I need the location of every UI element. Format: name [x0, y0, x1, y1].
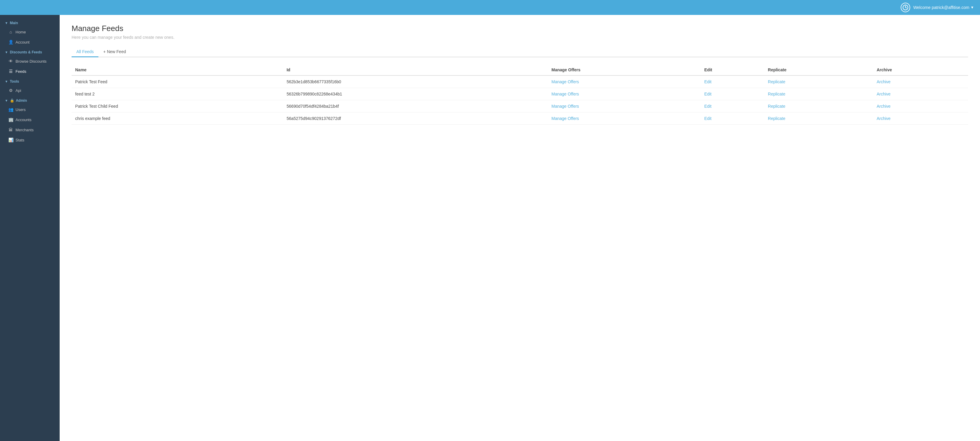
col-replicate: Replicate	[764, 64, 873, 75]
sidebar-section-main-label: Main	[10, 21, 18, 25]
sidebar-item-home-label: Home	[16, 30, 26, 34]
cell-edit[interactable]: Edit	[701, 75, 764, 88]
sidebar-item-home[interactable]: ⌂ Home	[0, 27, 60, 37]
cell-name: Patrick Test Feed	[72, 75, 283, 88]
table-row: Patrick Test Child Feed 56690d70f54df428…	[72, 100, 968, 113]
cell-id: 56326b799890c82268e434b1	[283, 88, 548, 100]
sidebar-section-tools-label: Tools	[10, 80, 19, 84]
edit-link[interactable]: Edit	[705, 80, 711, 84]
edit-link[interactable]: Edit	[705, 116, 711, 121]
feeds-icon: ☰	[8, 69, 13, 74]
archive-link[interactable]: Archive	[877, 104, 891, 108]
sidebar-item-accounts[interactable]: 🏢 Accounts	[0, 115, 60, 125]
sidebar-section-tools[interactable]: ▼ Tools	[0, 76, 60, 85]
cell-name: feed test 2	[72, 88, 283, 100]
archive-link[interactable]: Archive	[877, 80, 891, 84]
arrow-icon-4: ▼	[5, 99, 8, 102]
replicate-link[interactable]: Replicate	[768, 116, 785, 121]
table-row: chris example feed 56a5275d94c9029137627…	[72, 113, 968, 125]
merchants-icon: 🏛	[8, 127, 13, 132]
accounts-icon: 🏢	[8, 117, 13, 122]
sidebar-section-discounts-feeds-label: Discounts & Feeds	[10, 50, 42, 54]
tabs: All Feeds + New Feed	[72, 47, 968, 57]
account-icon: 👤	[8, 40, 13, 45]
cell-manage-offers[interactable]: Manage Offers	[548, 75, 701, 88]
cell-manage-offers[interactable]: Manage Offers	[548, 100, 701, 113]
page-subtitle: Here you can manage your feeds and creat…	[72, 35, 968, 40]
cell-archive[interactable]: Archive	[873, 75, 968, 88]
home-icon: ⌂	[8, 30, 13, 34]
replicate-link[interactable]: Replicate	[768, 104, 785, 108]
sidebar-section-admin-label: Admin	[16, 99, 27, 103]
manage-offers-link[interactable]: Manage Offers	[551, 104, 579, 108]
sidebar-section-main[interactable]: ▼ Main	[0, 18, 60, 27]
page-title: Manage Feeds	[72, 24, 968, 33]
cell-id: 562b3e1d853b6677335f16b0	[283, 75, 548, 88]
brand-logo	[900, 3, 910, 12]
main-content: Manage Feeds Here you can manage your fe…	[60, 15, 980, 441]
manage-offers-link[interactable]: Manage Offers	[551, 92, 579, 96]
cell-archive[interactable]: Archive	[873, 100, 968, 113]
replicate-link[interactable]: Replicate	[768, 80, 785, 84]
cell-replicate[interactable]: Replicate	[764, 100, 873, 113]
replicate-link[interactable]: Replicate	[768, 92, 785, 96]
arrow-icon-2: ▼	[5, 51, 8, 54]
sidebar-item-stats-label: Stats	[16, 138, 24, 142]
tab-all-feeds[interactable]: All Feeds	[72, 47, 99, 57]
col-manage-offers: Manage Offers	[548, 64, 701, 75]
sidebar-section-discounts-feeds[interactable]: ▼ Discounts & Feeds	[0, 47, 60, 56]
users-icon: 👥	[8, 107, 13, 112]
sidebar-item-api-label: Api	[16, 88, 21, 93]
sidebar-item-account-label: Account	[16, 40, 30, 45]
table-header-row: Name Id Manage Offers Edit Replicate Arc…	[72, 64, 968, 75]
cell-id: 56690d70f54df4284ba21b4f	[283, 100, 548, 113]
cell-archive[interactable]: Archive	[873, 113, 968, 125]
browse-discounts-icon: 👁	[8, 59, 13, 64]
cell-edit[interactable]: Edit	[701, 88, 764, 100]
cell-archive[interactable]: Archive	[873, 88, 968, 100]
sidebar-item-users[interactable]: 👥 Users	[0, 104, 60, 115]
cell-replicate[interactable]: Replicate	[764, 113, 873, 125]
archive-link[interactable]: Archive	[877, 92, 891, 96]
sidebar-item-api[interactable]: ⚙ Api	[0, 85, 60, 96]
table-row: Patrick Test Feed 562b3e1d853b6677335f16…	[72, 75, 968, 88]
cell-name: Patrick Test Child Feed	[72, 100, 283, 113]
feeds-table: Name Id Manage Offers Edit Replicate Arc…	[72, 64, 968, 125]
edit-link[interactable]: Edit	[705, 92, 711, 96]
sidebar-item-browse-discounts-label: Browse Discounts	[16, 59, 46, 64]
topbar: Welcome patrick@affitise.com ▼	[0, 0, 980, 15]
cell-name: chris example feed	[72, 113, 283, 125]
tab-new-feed[interactable]: + New Feed	[99, 47, 130, 57]
welcome-text: Welcome patrick@affitise.com	[913, 5, 969, 10]
archive-link[interactable]: Archive	[877, 116, 891, 121]
col-id: Id	[283, 64, 548, 75]
lock-icon: 🔒	[10, 99, 14, 103]
cell-manage-offers[interactable]: Manage Offers	[548, 88, 701, 100]
sidebar-item-feeds[interactable]: ☰ Feeds	[0, 66, 60, 76]
sidebar-item-account[interactable]: 👤 Account	[0, 37, 60, 47]
user-dropdown-arrow[interactable]: ▼	[970, 5, 974, 10]
arrow-icon: ▼	[5, 21, 8, 25]
sidebar-section-admin[interactable]: ▼ 🔒 Admin	[0, 96, 60, 104]
cell-replicate[interactable]: Replicate	[764, 75, 873, 88]
manage-offers-link[interactable]: Manage Offers	[551, 80, 579, 84]
arrow-icon-3: ▼	[5, 80, 8, 83]
sidebar: ▼ Main ⌂ Home 👤 Account ▼ Discounts & Fe…	[0, 15, 60, 441]
table-row: feed test 2 56326b799890c82268e434b1 Man…	[72, 88, 968, 100]
cell-edit[interactable]: Edit	[701, 100, 764, 113]
sidebar-item-users-label: Users	[16, 107, 25, 112]
sidebar-item-merchants[interactable]: 🏛 Merchants	[0, 125, 60, 135]
sidebar-item-stats[interactable]: 📊 Stats	[0, 135, 60, 145]
cell-replicate[interactable]: Replicate	[764, 88, 873, 100]
col-name: Name	[72, 64, 283, 75]
edit-link[interactable]: Edit	[705, 104, 711, 108]
sidebar-item-browse-discounts[interactable]: 👁 Browse Discounts	[0, 56, 60, 66]
col-edit: Edit	[701, 64, 764, 75]
api-icon: ⚙	[8, 88, 13, 93]
manage-offers-link[interactable]: Manage Offers	[551, 116, 579, 121]
cell-edit[interactable]: Edit	[701, 113, 764, 125]
sidebar-item-accounts-label: Accounts	[16, 118, 31, 122]
cell-manage-offers[interactable]: Manage Offers	[548, 113, 701, 125]
col-archive: Archive	[873, 64, 968, 75]
cell-id: 56a5275d94c90291376272df	[283, 113, 548, 125]
